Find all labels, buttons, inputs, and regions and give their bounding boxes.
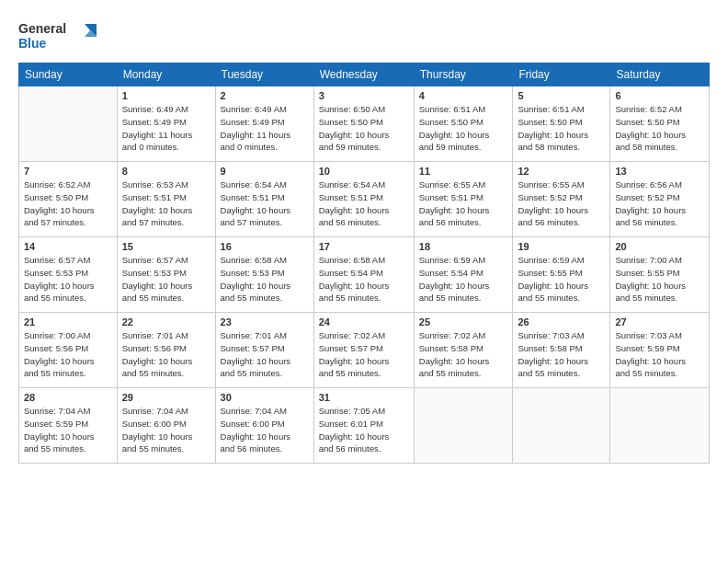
day-info: Sunrise: 7:00 AMSunset: 5:56 PMDaylight:…	[24, 329, 112, 380]
day-info: Sunrise: 6:49 AMSunset: 5:49 PMDaylight:…	[122, 103, 210, 154]
day-info: Sunrise: 7:02 AMSunset: 5:57 PMDaylight:…	[319, 329, 409, 380]
calendar-cell: 8Sunrise: 6:53 AMSunset: 5:51 PMDaylight…	[117, 162, 215, 237]
day-info: Sunrise: 6:50 AMSunset: 5:50 PMDaylight:…	[319, 103, 409, 154]
calendar-week-row: 1Sunrise: 6:49 AMSunset: 5:49 PMDaylight…	[19, 86, 710, 162]
day-info: Sunrise: 6:53 AMSunset: 5:51 PMDaylight:…	[122, 178, 210, 229]
calendar-week-row: 14Sunrise: 6:57 AMSunset: 5:53 PMDayligh…	[19, 237, 710, 313]
day-info: Sunrise: 6:56 AMSunset: 5:52 PMDaylight:…	[615, 178, 704, 229]
calendar-cell: 9Sunrise: 6:54 AMSunset: 5:51 PMDaylight…	[215, 162, 313, 237]
day-number: 2	[221, 90, 309, 101]
calendar-cell: 11Sunrise: 6:55 AMSunset: 5:51 PMDayligh…	[414, 162, 513, 237]
calendar-header-friday: Friday	[513, 63, 610, 86]
calendar-cell: 14Sunrise: 6:57 AMSunset: 5:53 PMDayligh…	[19, 237, 118, 313]
calendar-header-sunday: Sunday	[19, 63, 118, 86]
calendar-cell: 6Sunrise: 6:52 AMSunset: 5:50 PMDaylight…	[610, 86, 710, 162]
day-info: Sunrise: 7:03 AMSunset: 5:59 PMDaylight:…	[615, 329, 704, 380]
day-info: Sunrise: 6:57 AMSunset: 5:53 PMDaylight:…	[122, 254, 210, 304]
calendar-header-saturday: Saturday	[610, 63, 710, 86]
header: General Blue	[18, 17, 710, 57]
day-info: Sunrise: 6:51 AMSunset: 5:50 PMDaylight:…	[518, 103, 605, 154]
calendar-header-row: SundayMondayTuesdayWednesdayThursdayFrid…	[19, 63, 710, 86]
svg-text:Blue: Blue	[18, 36, 47, 51]
day-number: 1	[122, 90, 210, 101]
day-number: 5	[518, 90, 605, 101]
calendar-header-monday: Monday	[117, 63, 215, 86]
calendar-cell: 21Sunrise: 7:00 AMSunset: 5:56 PMDayligh…	[19, 313, 118, 388]
day-number: 28	[24, 392, 112, 403]
day-number: 22	[122, 316, 210, 327]
calendar-cell: 30Sunrise: 7:04 AMSunset: 6:00 PMDayligh…	[215, 388, 313, 464]
day-info: Sunrise: 6:54 AMSunset: 5:51 PMDaylight:…	[221, 178, 309, 229]
day-number: 4	[419, 90, 508, 101]
calendar-header-thursday: Thursday	[414, 63, 513, 86]
day-info: Sunrise: 7:02 AMSunset: 5:58 PMDaylight:…	[419, 329, 508, 380]
day-info: Sunrise: 6:54 AMSunset: 5:51 PMDaylight:…	[319, 178, 409, 229]
calendar-cell: 4Sunrise: 6:51 AMSunset: 5:50 PMDaylight…	[414, 86, 513, 162]
day-number: 13	[615, 166, 704, 177]
calendar-header-wednesday: Wednesday	[313, 63, 414, 86]
day-info: Sunrise: 6:49 AMSunset: 5:49 PMDaylight:…	[221, 103, 309, 154]
day-number: 23	[221, 316, 309, 327]
calendar-cell: 23Sunrise: 7:01 AMSunset: 5:57 PMDayligh…	[215, 313, 313, 388]
day-info: Sunrise: 6:58 AMSunset: 5:54 PMDaylight:…	[319, 254, 409, 304]
day-number: 3	[319, 90, 409, 101]
day-number: 17	[319, 241, 409, 252]
day-info: Sunrise: 7:01 AMSunset: 5:57 PMDaylight:…	[221, 329, 309, 380]
calendar-cell: 16Sunrise: 6:58 AMSunset: 5:53 PMDayligh…	[215, 237, 313, 313]
calendar-cell: 10Sunrise: 6:54 AMSunset: 5:51 PMDayligh…	[313, 162, 414, 237]
day-number: 18	[419, 241, 508, 252]
calendar-cell: 17Sunrise: 6:58 AMSunset: 5:54 PMDayligh…	[313, 237, 414, 313]
day-number: 30	[221, 392, 309, 403]
calendar-cell: 28Sunrise: 7:04 AMSunset: 5:59 PMDayligh…	[19, 388, 118, 464]
logo-text: General Blue	[18, 17, 101, 57]
day-number: 27	[615, 316, 704, 327]
calendar-cell: 18Sunrise: 6:59 AMSunset: 5:54 PMDayligh…	[414, 237, 513, 313]
day-number: 7	[24, 166, 112, 177]
page: General Blue SundayMondayTuesdayWednesda…	[0, 0, 728, 563]
day-number: 12	[518, 166, 605, 177]
day-number: 25	[419, 316, 508, 327]
day-number: 9	[221, 166, 309, 177]
day-info: Sunrise: 7:04 AMSunset: 5:59 PMDaylight:…	[24, 405, 112, 455]
day-info: Sunrise: 6:51 AMSunset: 5:50 PMDaylight:…	[419, 103, 508, 154]
day-number: 20	[615, 241, 704, 252]
day-number: 24	[319, 316, 409, 327]
day-info: Sunrise: 6:52 AMSunset: 5:50 PMDaylight:…	[24, 178, 112, 229]
calendar-week-row: 7Sunrise: 6:52 AMSunset: 5:50 PMDaylight…	[19, 162, 710, 237]
day-number: 21	[24, 316, 112, 327]
calendar-cell: 12Sunrise: 6:55 AMSunset: 5:52 PMDayligh…	[513, 162, 610, 237]
day-info: Sunrise: 6:55 AMSunset: 5:51 PMDaylight:…	[419, 178, 508, 229]
calendar-cell	[19, 86, 118, 162]
calendar-table: SundayMondayTuesdayWednesdayThursdayFrid…	[18, 63, 710, 464]
calendar-cell: 25Sunrise: 7:02 AMSunset: 5:58 PMDayligh…	[414, 313, 513, 388]
calendar-cell	[513, 388, 610, 464]
calendar-cell	[610, 388, 710, 464]
calendar-cell: 22Sunrise: 7:01 AMSunset: 5:56 PMDayligh…	[117, 313, 215, 388]
calendar-cell: 15Sunrise: 6:57 AMSunset: 5:53 PMDayligh…	[117, 237, 215, 313]
day-info: Sunrise: 7:04 AMSunset: 6:00 PMDaylight:…	[122, 405, 210, 455]
day-info: Sunrise: 7:05 AMSunset: 6:01 PMDaylight:…	[319, 405, 409, 455]
calendar-cell	[414, 388, 513, 464]
day-number: 15	[122, 241, 210, 252]
calendar-cell: 27Sunrise: 7:03 AMSunset: 5:59 PMDayligh…	[610, 313, 710, 388]
calendar-cell: 24Sunrise: 7:02 AMSunset: 5:57 PMDayligh…	[313, 313, 414, 388]
calendar-week-row: 21Sunrise: 7:00 AMSunset: 5:56 PMDayligh…	[19, 313, 710, 388]
day-info: Sunrise: 6:55 AMSunset: 5:52 PMDaylight:…	[518, 178, 605, 229]
calendar-cell: 19Sunrise: 6:59 AMSunset: 5:55 PMDayligh…	[513, 237, 610, 313]
calendar-cell: 26Sunrise: 7:03 AMSunset: 5:58 PMDayligh…	[513, 313, 610, 388]
calendar-cell: 3Sunrise: 6:50 AMSunset: 5:50 PMDaylight…	[313, 86, 414, 162]
calendar-cell: 1Sunrise: 6:49 AMSunset: 5:49 PMDaylight…	[117, 86, 215, 162]
day-number: 8	[122, 166, 210, 177]
calendar-cell: 29Sunrise: 7:04 AMSunset: 6:00 PMDayligh…	[117, 388, 215, 464]
day-number: 19	[518, 241, 605, 252]
day-info: Sunrise: 6:58 AMSunset: 5:53 PMDaylight:…	[221, 254, 309, 304]
logo: General Blue	[18, 17, 101, 57]
calendar-cell: 31Sunrise: 7:05 AMSunset: 6:01 PMDayligh…	[313, 388, 414, 464]
day-number: 10	[319, 166, 409, 177]
day-number: 29	[122, 392, 210, 403]
day-info: Sunrise: 6:52 AMSunset: 5:50 PMDaylight:…	[615, 103, 704, 154]
calendar-cell: 5Sunrise: 6:51 AMSunset: 5:50 PMDaylight…	[513, 86, 610, 162]
day-number: 6	[615, 90, 704, 101]
calendar-cell: 13Sunrise: 6:56 AMSunset: 5:52 PMDayligh…	[610, 162, 710, 237]
day-number: 14	[24, 241, 112, 252]
